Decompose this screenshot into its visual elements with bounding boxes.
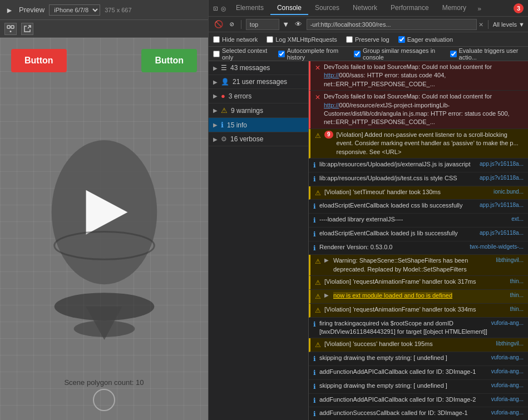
info-msg-icon-3: ℹ (313, 202, 316, 211)
context-filter-input[interactable] (246, 19, 279, 30)
hide-network-checkbox[interactable] (213, 36, 220, 43)
autocomplete-option[interactable]: Autocomplete from history (278, 47, 345, 61)
svg-rect-0 (7, 26, 10, 28)
device-selector[interactable]: iPhone 6/7/8 iPhone X iPad (49, 4, 100, 16)
eval-triggers-checkbox[interactable] (450, 51, 457, 57)
3d-shapes-overlay (0, 38, 208, 420)
info-msg-icon-11: ℹ (313, 396, 316, 406)
msg-text-info-5: eloadScriptEventCallback loaded js lib s… (319, 229, 476, 238)
preserve-log-label: Preserve log (355, 36, 389, 43)
msg-source-9[interactable]: vuforia-ang... (491, 368, 524, 375)
highlighted-link[interactable]: now is ext module loaded and foo is defi… (333, 292, 452, 299)
hide-network-label: Hide network (222, 36, 258, 43)
info-msg-icon-5: ℹ (313, 230, 316, 239)
tab-performance[interactable]: Performance (384, 2, 436, 15)
expand-highlighted[interactable]: ▶ (324, 291, 329, 299)
msg-source-w4[interactable]: thin... (510, 278, 524, 285)
msg-link-2[interactable]: http:// (324, 102, 339, 108)
autocomplete-checkbox[interactable] (278, 51, 285, 57)
info-msg-icon-7: ℹ (313, 320, 316, 329)
msg-source-5[interactable]: app.js?v16118a... (480, 229, 524, 237)
eager-eval-checkbox[interactable] (398, 36, 405, 43)
sidebar-all-messages[interactable]: ▶ ☰ 43 messages (209, 61, 308, 75)
msg-source-6[interactable]: twx-mobile-widgets-... (470, 243, 524, 251)
tab-memory[interactable]: Memory (436, 2, 473, 15)
sidebar-user-messages[interactable]: ▶ 👤 21 user messages (209, 75, 308, 89)
context-dropdown-icon[interactable]: ▼ (282, 19, 290, 29)
log-xmlhttp-option[interactable]: Log XMLHttpRequests (267, 36, 337, 43)
msg-source-3[interactable]: app.js?v16118a... (480, 201, 524, 209)
filter-button[interactable]: ⊘ (228, 19, 236, 29)
sidebar-warnings[interactable]: ▶ ⚠ 9 warnings (209, 103, 308, 118)
msg-source-h[interactable]: thin... (510, 291, 524, 299)
msg-source-7[interactable]: vuforia-ang... (491, 319, 524, 327)
selected-context-checkbox[interactable] (213, 51, 220, 57)
url-filter-input[interactable] (307, 19, 477, 30)
green-button[interactable]: Button (141, 49, 197, 72)
more-tabs-button[interactable]: » (473, 3, 486, 15)
msg-source-w5[interactable]: thin... (510, 305, 524, 313)
msg-text-error-2: DevTools failed to load SourceMap: Could… (324, 92, 524, 127)
sidebar-verbose[interactable]: ▶ ⚙ 16 verbose (209, 132, 308, 146)
msg-source-12[interactable]: vuforia-ang... (491, 409, 524, 417)
expand-info-icon: ▶ (213, 122, 218, 128)
msg-text-info-4: ----loaded library externalJS---- (319, 215, 508, 224)
group-similar-option[interactable]: Group similar messages in console (354, 47, 441, 61)
info-msg-icon-6: ℹ (313, 244, 316, 253)
msg-source-4[interactable]: ext... (511, 215, 524, 223)
eager-eval-option[interactable]: Eager evaluation (398, 36, 453, 43)
console-sidebar: ▶ ☰ 43 messages ▶ 👤 21 user messages ▶ ●… (209, 61, 309, 420)
log-xmlhttp-checkbox[interactable] (267, 36, 273, 43)
msg-text-highlighted: now is ext module loaded and foo is defi… (333, 291, 507, 300)
msg-source-2[interactable]: app.js?v16118a... (480, 174, 524, 182)
msg-source-11[interactable]: vuforia-ang... (491, 396, 524, 403)
info-msg-icon-12: ℹ (313, 409, 316, 419)
expand-warning-3[interactable]: ▶ (324, 256, 329, 264)
verbose-icon: ⚙ (221, 135, 227, 143)
log-levels-dropdown[interactable]: All levels ▼ (493, 21, 525, 28)
msg-source-w3[interactable]: libthingvil... (496, 256, 524, 264)
autocomplete-label: Autocomplete from history (287, 47, 345, 61)
eye-icon[interactable]: 👁 (293, 19, 304, 29)
x-clear-filter[interactable]: ✕ (479, 20, 483, 28)
msg-text-info-12: addFunctionSuccessCallback called for ID… (319, 409, 488, 417)
preserve-log-option[interactable]: Preserve log (346, 36, 389, 43)
polygon-count: Scene polygon count: 10 (0, 378, 208, 387)
info-msg-icon-9: ℹ (313, 368, 316, 378)
preview-secondary-toolbar (0, 20, 208, 38)
warning-msg-icon: ⚠ (315, 131, 321, 141)
info-msg-icon-4: ℹ (313, 216, 316, 225)
open-external-button[interactable] (21, 23, 33, 35)
preserve-log-checkbox[interactable] (346, 36, 353, 43)
msg-source-w6[interactable]: libthingvil... (496, 340, 524, 348)
sidebar-info[interactable]: ▶ ℹ 15 info (209, 118, 308, 132)
devtools-pointer-icon[interactable]: ⊡ (213, 4, 218, 13)
msg-info-8: ℹ skipping drawing the empty string: [ u… (309, 352, 528, 366)
msg-error-2: ✕ DevTools failed to load SourceMap: Cou… (309, 91, 528, 129)
hide-network-option[interactable]: Hide network (213, 36, 258, 43)
expand-all-icon: ▶ (213, 65, 218, 71)
sidebar-errors[interactable]: ▶ ● 3 errors (209, 89, 308, 103)
msg-info-7: ℹ firing trackingacquired via $rootScope… (309, 318, 528, 339)
tab-console[interactable]: Console (270, 2, 308, 15)
preview-toolbar: ▶ Preview iPhone 6/7/8 iPhone X iPad 375… (0, 0, 208, 20)
tab-sources[interactable]: Sources (308, 2, 346, 15)
group-similar-checkbox[interactable] (354, 51, 361, 57)
warning-msg-icon-2: ⚠ (315, 189, 321, 198)
tab-network[interactable]: Network (346, 2, 384, 15)
clear-console-button[interactable]: 🚫 (212, 19, 225, 29)
add-viewport-button[interactable] (4, 23, 17, 35)
eval-triggers-option[interactable]: Evaluate triggers user actio... (450, 47, 524, 61)
msg-link-1[interactable]: http:// (324, 72, 339, 78)
devtools-inspect-icon[interactable]: ◎ (221, 4, 225, 13)
violation-count-badge: 9 (324, 131, 333, 139)
selected-context-option[interactable]: Selected context only (213, 47, 269, 61)
tab-elements[interactable]: Elements (229, 2, 270, 15)
msg-source-8[interactable]: vuforia-ang... (491, 354, 524, 362)
msg-source-1[interactable]: app.js?v16118a... (480, 160, 524, 168)
msg-source-10[interactable]: vuforia-ang... (491, 382, 524, 389)
msg-source-w2[interactable]: ionic.bund... (494, 188, 524, 196)
msg-info-4: ℹ ----loaded library externalJS---- ext.… (309, 214, 528, 228)
red-button[interactable]: Button (11, 49, 67, 72)
console-toolbar: 🚫 ⊘ ▼ 👁 ✕ All levels ▼ (209, 17, 528, 32)
